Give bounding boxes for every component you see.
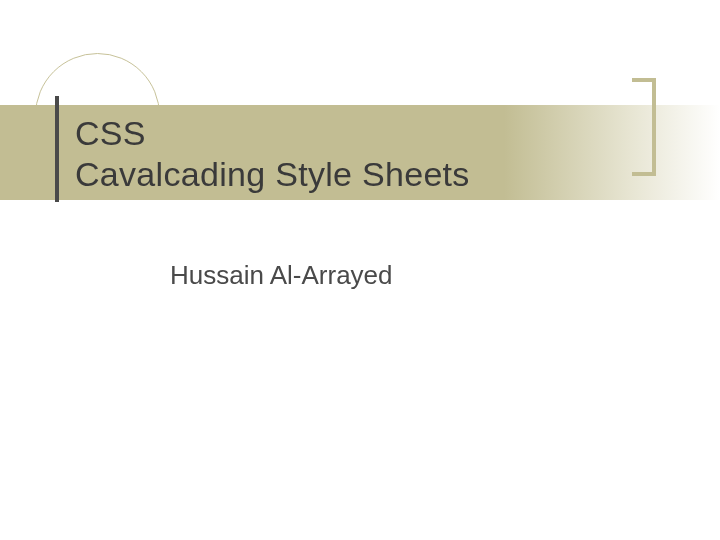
title-line-1: CSS <box>75 113 470 154</box>
slide-author: Hussain Al-Arrayed <box>170 260 393 291</box>
bracket-decoration <box>632 78 656 82</box>
title-accent-line <box>55 96 59 202</box>
bracket-decoration <box>632 172 656 176</box>
title-line-2: Cavalcading Style Sheets <box>75 154 470 195</box>
bracket-decoration <box>652 78 656 176</box>
slide-title: CSS Cavalcading Style Sheets <box>75 113 470 195</box>
